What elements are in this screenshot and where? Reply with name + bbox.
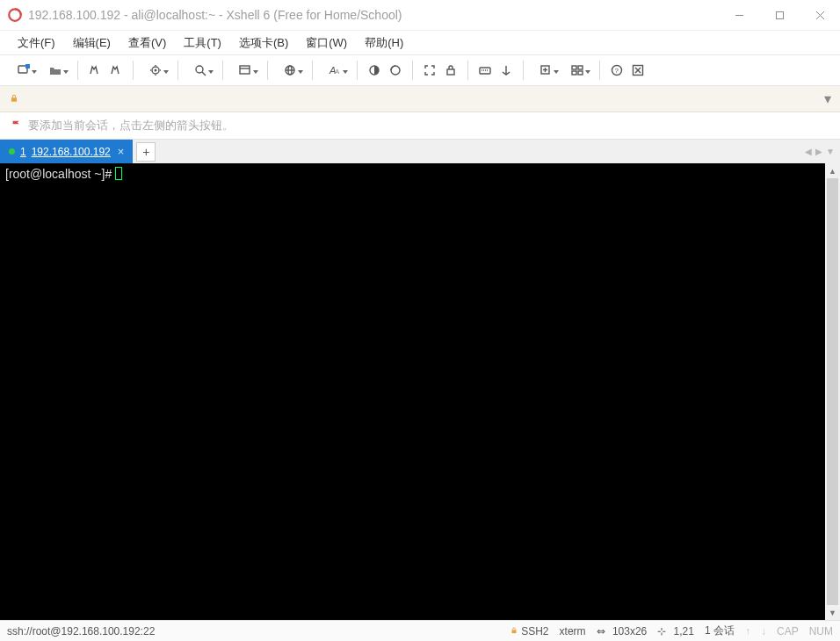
address-bar: ▾: [0, 86, 840, 112]
terminal[interactable]: [root@localhost ~]#: [0, 163, 825, 620]
tip-bar: 要添加当前会话，点击左侧的箭头按钮。: [0, 112, 840, 139]
address-dropdown-icon[interactable]: ▾: [824, 90, 831, 107]
help-icon[interactable]: ?: [607, 61, 626, 80]
find-icon[interactable]: [185, 61, 215, 80]
tab-index: 1: [20, 146, 26, 158]
open-icon[interactable]: [40, 61, 70, 80]
lock-icon: [9, 91, 19, 107]
globe-icon[interactable]: [275, 61, 305, 80]
toolbar-separator: [412, 61, 413, 80]
svg-point-8: [155, 69, 157, 72]
svg-rect-29: [578, 71, 583, 75]
minimize-button[interactable]: [719, 0, 759, 30]
reconnect-icon[interactable]: [386, 61, 405, 80]
svg-rect-2: [776, 11, 783, 18]
toolbar-separator: [77, 61, 78, 80]
encoding-icon[interactable]: [230, 61, 260, 80]
svg-rect-35: [11, 97, 17, 102]
menu-window[interactable]: 窗口(W): [297, 32, 356, 54]
titlebar: 192.168.100.192 - ali@localhost:~ - Xshe…: [0, 0, 840, 30]
scroll-thumb[interactable]: [827, 178, 838, 605]
tab-scroll-left-icon[interactable]: ◀: [805, 147, 812, 156]
toolbar-separator: [523, 61, 524, 80]
svg-line-10: [202, 72, 206, 76]
toolbar: AA ?: [0, 54, 840, 86]
exit-icon[interactable]: [628, 61, 648, 80]
toolbar-separator: [267, 61, 268, 80]
svg-rect-20: [447, 69, 454, 75]
address-input[interactable]: [25, 92, 824, 105]
tab-strip: 1 192.168.100.192 × + ◀ ▶ ▼: [0, 139, 840, 163]
keyboard-icon[interactable]: [475, 61, 495, 80]
toolbar-separator: [312, 61, 313, 80]
status-session-count: 1 会话: [705, 623, 735, 638]
scroll-up-icon[interactable]: ▲: [825, 163, 840, 178]
svg-rect-6: [25, 64, 30, 68]
toolbar-separator: [357, 61, 358, 80]
fullscreen-icon[interactable]: [420, 61, 439, 80]
new-session-icon[interactable]: [9, 61, 39, 80]
status-rowcol-label: 1,21: [674, 625, 694, 637]
font-icon[interactable]: AA: [320, 61, 350, 80]
terminal-prompt: [root@localhost ~]#: [5, 167, 115, 181]
svg-point-9: [196, 66, 203, 73]
svg-rect-28: [572, 71, 576, 75]
maximize-button[interactable]: [759, 0, 800, 30]
tab-close-icon[interactable]: ×: [116, 145, 127, 158]
toolbar-separator: [599, 61, 600, 80]
tip-text: 要添加当前会话，点击左侧的箭头按钮。: [28, 118, 234, 133]
tab-label: 192.168.100.192: [32, 146, 111, 158]
status-bar: ssh://root@192.168.100.192:22 SSH2 xterm…: [0, 620, 840, 641]
terminal-cursor: [115, 167, 122, 180]
status-protocol-label: SSH2: [521, 625, 548, 637]
toolbar-separator: [467, 61, 468, 80]
svg-text:A: A: [335, 68, 340, 76]
status-rowcol: ⊹ 1,21: [657, 625, 694, 637]
session-tab[interactable]: 1 192.168.100.192 ×: [0, 140, 133, 164]
svg-rect-27: [578, 66, 583, 69]
menu-edit[interactable]: 编辑(E): [64, 32, 119, 54]
close-button[interactable]: [800, 0, 840, 30]
status-down-icon[interactable]: ↓: [761, 625, 766, 637]
svg-rect-26: [572, 66, 576, 69]
tile-icon[interactable]: [562, 61, 592, 80]
transfer-icon[interactable]: [496, 61, 516, 80]
menu-view[interactable]: 查看(V): [119, 32, 175, 54]
tab-scroll-right-icon[interactable]: ▶: [815, 147, 822, 156]
menu-tab[interactable]: 选项卡(B): [230, 32, 297, 54]
tab-menu-icon[interactable]: ▼: [826, 147, 835, 156]
svg-rect-11: [240, 66, 250, 74]
status-up-icon[interactable]: ↑: [745, 625, 750, 637]
status-cap: CAP: [777, 625, 799, 637]
lock-icon[interactable]: [441, 61, 460, 80]
window-title: 192.168.100.192 - ali@localhost:~ - Xshe…: [28, 8, 719, 22]
scroll-down-icon[interactable]: ▼: [825, 605, 840, 620]
menu-help[interactable]: 帮助(H): [356, 32, 412, 54]
add-tab-button[interactable]: +: [136, 142, 156, 162]
status-dot-icon: [9, 148, 15, 155]
terminal-wrap: [root@localhost ~]# ▲ ▼: [0, 163, 840, 620]
scroll-track[interactable]: [825, 178, 840, 605]
paste-icon[interactable]: [106, 61, 126, 80]
toolbar-separator: [222, 61, 223, 80]
new-tab-icon[interactable]: [531, 61, 561, 80]
menu-file[interactable]: 文件(F): [9, 32, 64, 54]
status-size: ⇔ 103x26: [597, 625, 648, 637]
properties-icon[interactable]: [141, 61, 170, 80]
menubar: 文件(F) 编辑(E) 查看(V) 工具(T) 选项卡(B) 窗口(W) 帮助(…: [0, 30, 840, 54]
color-scheme-icon[interactable]: [365, 61, 384, 80]
svg-rect-36: [512, 630, 517, 633]
tab-nav: ◀ ▶ ▼: [805, 147, 840, 156]
lock-icon: [510, 625, 518, 637]
status-num: NUM: [809, 625, 833, 637]
scrollbar[interactable]: ▲ ▼: [825, 163, 840, 620]
svg-text:?: ?: [615, 67, 619, 75]
flag-icon: [11, 119, 23, 133]
status-termtype: xterm: [560, 625, 586, 637]
status-protocol: SSH2: [510, 625, 548, 637]
menu-tools[interactable]: 工具(T): [175, 32, 230, 54]
toolbar-separator: [177, 61, 178, 80]
app-icon: [7, 7, 23, 23]
toolbar-separator: [133, 61, 134, 80]
copy-icon[interactable]: [85, 61, 105, 80]
